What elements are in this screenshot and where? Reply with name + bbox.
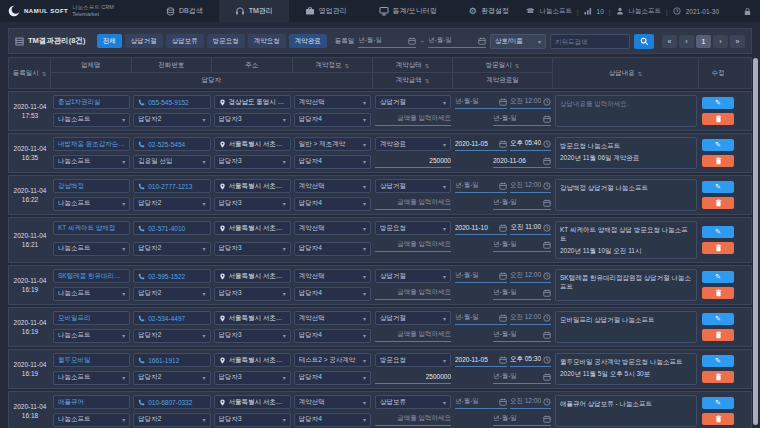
header-manager[interactable]: 담당자 [51, 73, 372, 88]
contract-info-select[interactable]: 계약선택 [294, 95, 371, 109]
phone-field[interactable]: 02-525-5454 [133, 137, 210, 151]
complete-date-input[interactable]: 년-월-일 [493, 238, 551, 252]
note-field[interactable]: 강남백정 상담거절 나눔소프트 [555, 179, 697, 211]
contract-amount-input[interactable]: 금액을 입력하세요 [375, 412, 451, 426]
contract-status-select[interactable]: 상담거절 [375, 311, 451, 325]
delete-button[interactable] [702, 371, 734, 383]
edit-button[interactable]: ✎ [702, 313, 734, 325]
complete-date-input[interactable]: 년-월-일 [493, 112, 551, 126]
visit-time-input[interactable]: 오전 12:00 [510, 179, 551, 193]
visit-time-input[interactable]: 오후 05:40 [510, 137, 551, 151]
contract-amount-input[interactable]: 250000 [375, 154, 451, 168]
header-phone[interactable]: 전화번호 [132, 58, 213, 72]
delete-button[interactable] [702, 287, 734, 299]
status-filter-button[interactable]: 계약완료 [289, 34, 327, 48]
manager-select-2[interactable]: 김용일 선임 [133, 155, 210, 169]
header-visit-datetime[interactable]: 방문일시 [453, 58, 552, 73]
contract-amount-input[interactable]: 금액을 입력하세요 [375, 112, 451, 126]
contract-status-select[interactable]: 상담거절 [375, 95, 451, 109]
edit-button[interactable]: ✎ [702, 226, 734, 238]
manager-select-3[interactable]: 담당자3 [214, 113, 291, 127]
manager-select-4[interactable]: 담당자4 [294, 113, 371, 127]
contract-info-select[interactable]: 일반 > 제조계약 [294, 137, 371, 151]
manager-select-1[interactable]: 나눔소프트 [53, 329, 130, 343]
manager-select-3[interactable]: 담당자3 [214, 371, 291, 385]
status-filter-button[interactable]: 계약요청 [248, 34, 286, 48]
note-field[interactable]: 모바일프리 상담거절 나눔소프트 [555, 311, 697, 343]
contract-info-select[interactable]: 계약선택 [294, 395, 371, 409]
manager-select-3[interactable]: 담당자3 [214, 197, 291, 211]
company-name-field[interactable]: 윌투모바일 [53, 353, 130, 367]
contract-status-select[interactable]: 상담보류 [375, 395, 451, 409]
phone-field[interactable]: 1661-1912 [133, 353, 210, 367]
manager-select-1[interactable]: 나눔소프트 [53, 155, 130, 169]
edit-button[interactable]: ✎ [702, 355, 734, 367]
visit-date-input[interactable]: 년-월-일 [455, 311, 507, 325]
delete-button[interactable] [702, 113, 734, 125]
scrollbar[interactable] [753, 58, 758, 425]
manager-select-4[interactable]: 담당자4 [294, 413, 371, 427]
nav-item-sales-management[interactable]: 영업관리 [289, 0, 363, 22]
company-name-field[interactable]: SK텔레콤 한유대리점잠원점 [53, 269, 130, 283]
manager-select-3[interactable]: 담당자3 [214, 155, 291, 169]
contract-amount-input[interactable]: 금액을 입력하세요 [375, 328, 451, 342]
header-registered-datetime[interactable]: 등록일시 [9, 58, 51, 88]
pagination-button[interactable]: 1 [696, 35, 711, 48]
note-field[interactable]: 방문요청 나눔소프트 2020년 11월 06일 계약완료 [555, 137, 697, 169]
edit-button[interactable]: ✎ [702, 139, 734, 151]
visit-date-input[interactable]: 년-월-일 [455, 395, 507, 409]
phone-field[interactable]: 02-571-4010 [133, 221, 210, 235]
status-filter-button[interactable]: 상담보류 [166, 34, 204, 48]
nav-item-settings[interactable]: ⚙ 환경설정 [453, 0, 525, 22]
visit-date-input[interactable]: 2020-11-05 [455, 353, 507, 367]
search-input[interactable] [550, 34, 630, 49]
edit-button[interactable]: ✎ [702, 397, 734, 409]
complete-date-input[interactable]: 년-월-일 [493, 370, 551, 384]
manager-select-4[interactable]: 담당자4 [294, 329, 371, 343]
edit-button[interactable]: ✎ [702, 97, 734, 109]
contract-amount-input[interactable]: 금액을 입력하세요 [375, 196, 451, 210]
manager-select-4[interactable]: 담당자4 [294, 287, 371, 301]
phone-field[interactable]: 055-545-9152 [133, 95, 210, 109]
manager-select-3[interactable]: 담당자3 [214, 242, 291, 256]
nav-item-db-search[interactable]: DB검색 [150, 0, 219, 22]
address-field[interactable]: 서울특별시 서초구 양재동 [214, 221, 291, 235]
manager-select-2[interactable]: 담당자2 [133, 242, 210, 256]
manager-select-4[interactable]: 담당자4 [294, 155, 371, 169]
manager-select-1[interactable]: 나눔소프트 [53, 113, 130, 127]
manager-select-4[interactable]: 담당자4 [294, 242, 371, 256]
manager-select-4[interactable]: 담당자4 [294, 197, 371, 211]
complete-date-input[interactable]: 년-월-일 [493, 196, 551, 210]
manager-select-2[interactable]: 담당자2 [133, 197, 210, 211]
manager-select-1[interactable]: 나눔소프트 [53, 371, 130, 385]
manager-select-4[interactable]: 담당자4 [294, 371, 371, 385]
note-field[interactable]: 상담내용을 입력하세요. [555, 95, 697, 127]
visit-time-input[interactable]: 오전 11:00 [510, 221, 551, 235]
delete-button[interactable] [702, 155, 734, 167]
edit-button[interactable]: ✎ [702, 271, 734, 283]
visit-date-input[interactable]: 년-월-일 [455, 95, 507, 109]
company-name-field[interactable]: 애플큐어 [53, 395, 130, 409]
contract-status-select[interactable]: 상담거절 [375, 269, 451, 283]
address-field[interactable]: 서울특별시 서초구 방배동 [214, 353, 291, 367]
delete-button[interactable] [702, 197, 734, 209]
complete-date-input[interactable]: 년-월-일 [493, 286, 551, 300]
manager-select-1[interactable]: 나눔소프트 [53, 197, 130, 211]
visit-time-input[interactable]: 오전 12:00 [510, 311, 551, 325]
complete-date-input[interactable]: 2020-11-06 [493, 154, 551, 168]
header-contract-info[interactable]: 계약정보 [293, 58, 373, 72]
contract-amount-input[interactable]: 금액을 입력하세요 [375, 286, 451, 300]
contract-status-select[interactable]: 방문요청 [375, 353, 451, 367]
address-field[interactable]: 경상남도 통영시 용남면 [214, 95, 291, 109]
nav-item-tm-management[interactable]: TM관리 [219, 0, 289, 22]
note-field[interactable]: KT 씨케아트 양재점 상담 방문요청 나눔소프트 2020년 11월 10일 … [555, 221, 697, 259]
complete-date-input[interactable]: 년-월-일 [493, 412, 551, 426]
contract-status-select[interactable]: 상담거절 [375, 179, 451, 193]
header-complete-date[interactable]: 계약완료일 [453, 73, 552, 88]
address-field[interactable]: 서울특별시 서초구 서초동 [214, 137, 291, 151]
contract-amount-input[interactable]: 2500000 [375, 370, 451, 384]
header-note[interactable]: 상담내용 [553, 58, 699, 88]
visit-date-input[interactable]: 2020-11-10 [455, 221, 507, 235]
lock-icon[interactable] [743, 7, 752, 16]
header-company[interactable]: 업체명 [51, 58, 132, 72]
